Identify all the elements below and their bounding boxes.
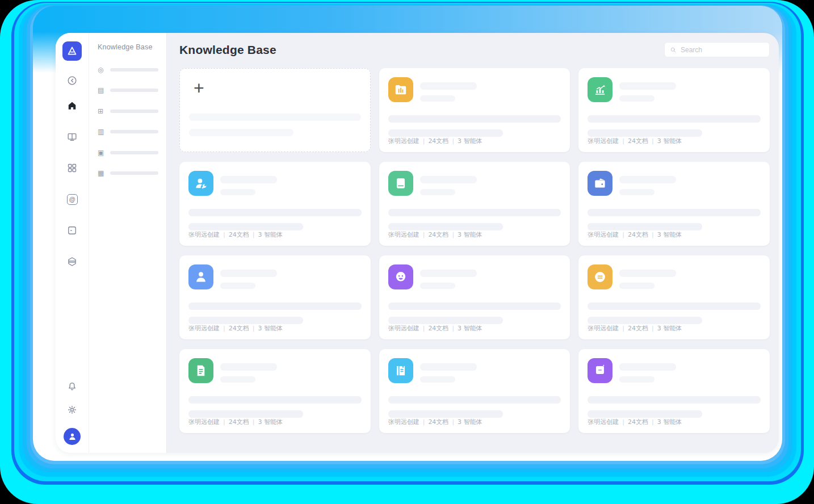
plus-icon: + <box>194 79 204 97</box>
skeleton-line <box>388 209 561 216</box>
skeleton-line <box>188 209 362 216</box>
person-icon <box>68 432 77 442</box>
knowledge-base-card[interactable]: 张明远创建|24文档|3 智能体 <box>578 255 770 339</box>
bell-icon[interactable] <box>66 380 78 393</box>
frame-ring-3: @ Knowledge Base ◎ ▤ ⊞ ▥ ▣ ▦ <box>14 3 801 481</box>
skeleton-line <box>588 209 761 216</box>
skeleton-bar <box>110 68 158 72</box>
sidebar-item-compass[interactable]: ◎ <box>98 64 158 75</box>
separator: | <box>223 418 225 426</box>
card-meta: 张明远创建|24文档|3 智能体 <box>388 230 482 239</box>
at-icon[interactable]: @ <box>66 193 78 205</box>
separator: | <box>423 325 425 332</box>
skeleton-line <box>588 317 702 324</box>
skeleton-line <box>588 303 761 310</box>
gear-icon[interactable] <box>66 404 78 416</box>
grid-icon[interactable] <box>66 162 78 174</box>
creator-label: 张明远创建 <box>188 418 220 426</box>
skeleton-subtitle <box>619 283 654 289</box>
main-header: Knowledge Base <box>179 33 770 66</box>
app-logo[interactable] <box>62 41 82 61</box>
user-avatar[interactable] <box>64 428 81 445</box>
sidebar-item-list: ◎ ▤ ⊞ ▥ ▣ ▦ <box>98 64 158 179</box>
docs-count: 24文档 <box>628 325 648 332</box>
docs-count: 24文档 <box>229 418 249 426</box>
skeleton-title <box>619 176 676 183</box>
skeleton-line <box>388 317 503 324</box>
book-icon <box>388 171 413 196</box>
card-meta: 张明远创建|24文档|3 智能体 <box>188 324 283 333</box>
skeleton-line <box>188 317 303 324</box>
skeleton-title <box>420 363 477 371</box>
frame-ring-blue: @ Knowledge Base ◎ ▤ ⊞ ▥ ▣ ▦ <box>11 2 804 485</box>
agents-count: 3 智能体 <box>258 418 283 426</box>
skeleton-line <box>588 129 702 137</box>
agents-count: 3 智能体 <box>657 325 682 332</box>
reader-icon[interactable] <box>66 131 78 143</box>
skeleton-subtitle <box>420 189 455 195</box>
creator-label: 张明远创建 <box>188 231 220 238</box>
user-wrench-icon <box>188 171 213 196</box>
sidebar-item-doc[interactable]: ⊞ <box>98 105 158 117</box>
skeleton-line <box>188 223 303 230</box>
knowledge-base-card[interactable]: 张明远创建|24文档|3 智能体 <box>379 349 570 433</box>
knowledge-base-card[interactable]: 张明远创建|24文档|3 智能体 <box>578 68 770 152</box>
agents-count: 3 智能体 <box>458 137 482 145</box>
separator: | <box>652 325 654 332</box>
skeleton-bar <box>110 151 158 154</box>
page-title: Knowledge Base <box>179 43 276 57</box>
docs-count: 24文档 <box>628 231 648 238</box>
home-icon[interactable] <box>66 99 78 112</box>
sidebar-item-box[interactable]: ▥ <box>98 126 158 138</box>
sidebar-item-grid-doc[interactable]: ▤ <box>98 85 158 96</box>
creator-label: 张明远创建 <box>388 325 419 332</box>
sidebar-item-mosaic[interactable]: ▦ <box>98 167 158 179</box>
search-box[interactable] <box>664 42 770 57</box>
add-knowledge-base-card[interactable]: + <box>179 68 371 152</box>
compass-icon: ◎ <box>98 66 106 73</box>
skeleton-title <box>220 270 277 277</box>
agents-count: 3 智能体 <box>458 418 482 426</box>
knowledge-base-card[interactable]: 张明远创建|24文档|3 智能体 <box>379 255 570 339</box>
card-meta: 张明远创建|24文档|3 智能体 <box>188 418 283 426</box>
knowledge-base-card[interactable]: 张明远创建|24文档|3 智能体 <box>179 349 371 433</box>
card-meta: 张明远创建|24文档|3 智能体 <box>388 137 482 145</box>
card-grid: + 张明远创建|24文档|3 智能体 张明远创建|24文档|3 智能体 张明 <box>179 68 770 433</box>
hexagon-icon[interactable] <box>66 255 78 268</box>
knowledge-base-card[interactable]: 张明远创建|24文档|3 智能体 <box>179 255 371 339</box>
skeleton-subtitle <box>619 376 654 383</box>
search-input[interactable] <box>681 46 764 54</box>
creator-label: 张明远创建 <box>588 231 619 238</box>
skeleton-line <box>388 303 561 310</box>
knowledge-base-card[interactable]: 张明远创建|24文档|3 智能体 <box>379 162 570 246</box>
skeleton-line <box>188 396 362 404</box>
knowledge-base-card[interactable]: 张明远创建|24文档|3 智能体 <box>179 162 371 246</box>
skeleton-title <box>420 176 477 183</box>
separator: | <box>622 231 624 238</box>
creator-label: 张明远创建 <box>188 325 220 332</box>
skeleton-line <box>588 396 761 404</box>
skeleton-subtitle <box>619 95 654 102</box>
separator: | <box>622 325 624 332</box>
knowledge-base-card[interactable]: 张明远创建|24文档|3 智能体 <box>578 349 770 433</box>
docs-count: 24文档 <box>628 418 648 426</box>
skeleton-title <box>220 176 277 183</box>
skeleton-line <box>188 303 362 310</box>
separator: | <box>223 231 225 238</box>
frame-ring-6: @ Knowledge Base ◎ ▤ ⊞ ▥ ▣ ▦ <box>27 5 788 468</box>
knowledge-base-card[interactable]: 张明远创建|24文档|3 智能体 <box>379 68 570 152</box>
main-content: Knowledge Base + 张明远创建|24文档|3 智能体 <box>167 33 779 453</box>
grid-doc-icon: ▤ <box>98 87 106 94</box>
message-square-icon[interactable] <box>66 224 78 237</box>
knowledge-base-card[interactable]: 张明远创建|24文档|3 智能体 <box>578 162 770 246</box>
skeleton-line <box>388 396 561 404</box>
skeleton-title <box>420 270 477 277</box>
separator: | <box>253 418 255 426</box>
skeleton-bar <box>110 130 158 133</box>
skeleton-bar <box>110 89 158 92</box>
coin-icon <box>588 264 612 289</box>
sidebar-item-bin[interactable]: ▣ <box>98 146 158 158</box>
agents-count: 3 智能体 <box>458 231 482 238</box>
bin-icon: ▣ <box>98 149 106 156</box>
restore-icon[interactable] <box>66 74 78 87</box>
